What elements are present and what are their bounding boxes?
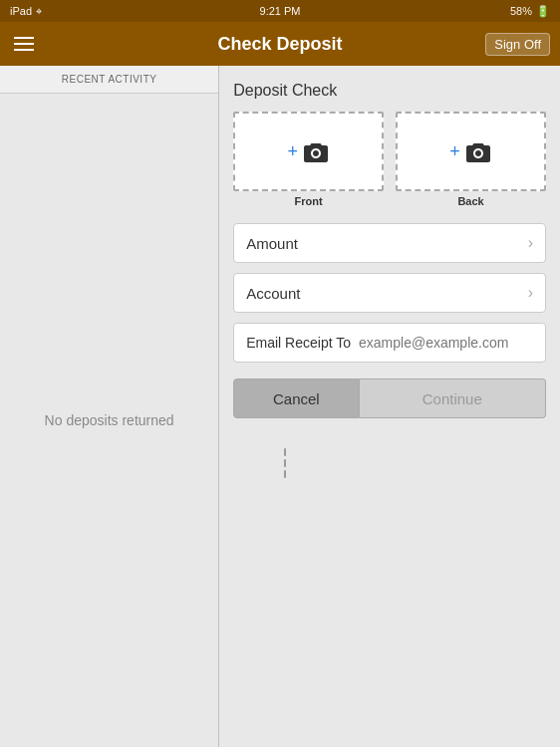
front-label: Front bbox=[295, 195, 323, 207]
account-chevron-icon: › bbox=[528, 284, 533, 302]
battery-icon: 🔋 bbox=[536, 5, 550, 18]
back-capture-button[interactable]: + bbox=[396, 112, 546, 191]
right-panel: Deposit Check + Front bbox=[219, 66, 560, 747]
front-capture-button[interactable]: + bbox=[233, 112, 384, 191]
email-receipt-label: Email Receipt To bbox=[246, 335, 351, 351]
main-layout: RECENT ACTIVITY No deposits returned Dep… bbox=[0, 66, 560, 747]
cancel-button[interactable]: Cancel bbox=[233, 378, 359, 418]
continue-button[interactable]: Continue bbox=[360, 378, 546, 418]
menu-button[interactable] bbox=[10, 33, 38, 55]
front-plus-icon: + bbox=[287, 141, 298, 162]
status-time: 9:21 PM bbox=[260, 5, 301, 17]
back-plus-icon: + bbox=[449, 141, 460, 162]
account-label: Account bbox=[246, 285, 300, 302]
amount-label: Amount bbox=[246, 235, 298, 252]
back-camera-icon bbox=[464, 139, 492, 163]
photo-row: + Front + bbox=[233, 112, 546, 207]
nav-bar: Check Deposit Sign Off bbox=[0, 22, 560, 66]
battery-percent: 58% bbox=[510, 5, 532, 17]
status-left: iPad ⌖ bbox=[10, 5, 42, 18]
status-right: 58% 🔋 bbox=[510, 5, 550, 18]
email-input[interactable] bbox=[359, 335, 533, 351]
email-receipt-row: Email Receipt To bbox=[233, 323, 546, 363]
status-bar: iPad ⌖ 9:21 PM 58% 🔋 bbox=[0, 0, 560, 22]
front-photo-box: + Front bbox=[233, 112, 384, 207]
sidebar-header: RECENT ACTIVITY bbox=[0, 66, 218, 94]
deposit-check-title: Deposit Check bbox=[233, 82, 546, 100]
sidebar-content: No deposits returned bbox=[0, 94, 218, 747]
wifi-icon: ⌖ bbox=[36, 5, 42, 18]
amount-chevron-icon: › bbox=[528, 234, 533, 252]
sidebar: RECENT ACTIVITY No deposits returned bbox=[0, 66, 219, 747]
signoff-button[interactable]: Sign Off bbox=[485, 33, 550, 56]
front-camera-icon bbox=[302, 139, 330, 163]
account-field[interactable]: Account › bbox=[233, 273, 546, 313]
amount-field[interactable]: Amount › bbox=[233, 223, 546, 263]
back-photo-box: + Back bbox=[396, 112, 546, 207]
no-deposits-text: No deposits returned bbox=[45, 412, 174, 428]
back-label: Back bbox=[457, 195, 483, 207]
scroll-indicator bbox=[281, 438, 289, 488]
device-label: iPad bbox=[10, 5, 32, 17]
nav-title: Check Deposit bbox=[217, 34, 342, 55]
action-row: Cancel Continue bbox=[233, 378, 546, 418]
